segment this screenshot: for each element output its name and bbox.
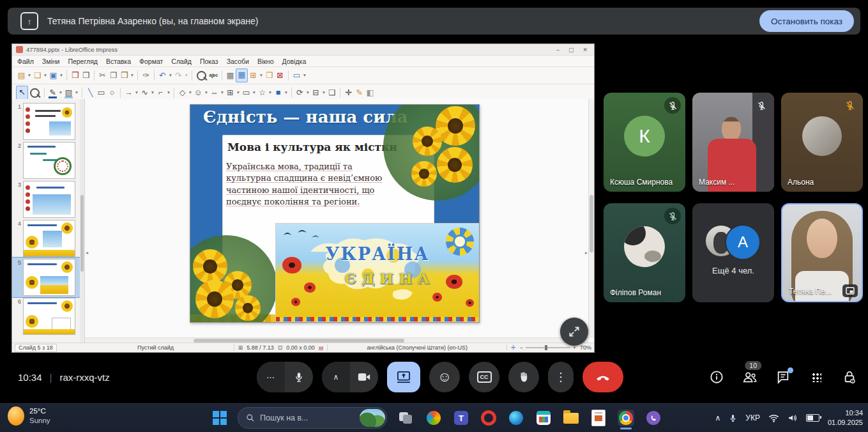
more-options-button[interactable]: ⋮ — [548, 362, 574, 392]
viber-button[interactable] — [645, 410, 662, 426]
dropdown-arrow[interactable]: ▾ — [252, 86, 257, 99]
self-video-tile[interactable]: Тетяна Пе... — [781, 203, 863, 302]
line-color-icon[interactable]: ✎ — [47, 86, 58, 99]
menu-6[interactable]: Показ — [200, 58, 218, 65]
lines-arrows-icon[interactable]: → — [123, 86, 134, 99]
tray-clock[interactable]: 10:34 01.09.2025 — [828, 408, 863, 428]
dropdown-arrow[interactable]: ▾ — [168, 69, 173, 82]
close-button[interactable]: ✕ — [582, 47, 588, 53]
symbol-shapes-icon[interactable]: ☺ — [193, 86, 204, 99]
tray-volume-icon[interactable] — [788, 413, 798, 422]
slide-thumbnail-3[interactable]: 3 — [12, 180, 80, 219]
slides-panel-scrollbar[interactable] — [80, 99, 84, 343]
slide-thumbnail-2[interactable]: 2 — [12, 141, 80, 180]
participant-tile[interactable]: Філіпов Роман — [604, 203, 685, 302]
clone-formatting-icon[interactable]: ✑ — [141, 69, 151, 82]
glue-points-icon[interactable]: ✎ — [354, 86, 365, 99]
taskbar-weather-widget[interactable]: 25°C Sunny — [8, 406, 50, 426]
reactions-button[interactable]: ☺ — [429, 362, 460, 392]
menu-1[interactable]: Зміни — [42, 58, 60, 65]
callout-icon[interactable]: ▭ — [241, 86, 252, 99]
shadow-icon[interactable]: ❏ — [326, 86, 337, 99]
tray-mic-icon[interactable] — [729, 413, 737, 423]
store-button[interactable] — [535, 410, 552, 426]
transformations-icon[interactable]: ⟳ — [294, 86, 305, 99]
minimize-button[interactable]: – — [556, 47, 560, 53]
tray-expand-chevron[interactable]: ∧ — [715, 413, 721, 422]
host-controls-button[interactable] — [841, 369, 858, 385]
menu-5[interactable]: Слайд — [171, 58, 192, 65]
tray-language[interactable]: УКР — [745, 413, 760, 422]
collapse-sidebar-handle[interactable]: ▸ — [585, 250, 588, 256]
present-screen-button[interactable] — [387, 362, 420, 392]
undo-icon[interactable]: ↶ — [157, 69, 168, 82]
tray-wifi-icon[interactable] — [768, 414, 779, 422]
menu-3[interactable]: Вставка — [106, 58, 131, 65]
dropdown-arrow[interactable]: ▾ — [204, 86, 209, 99]
participant-tile[interactable]: Максим ... — [692, 93, 774, 192]
menu-4[interactable]: Формат — [139, 58, 163, 65]
stop-presenting-button[interactable]: Остановить показ — [759, 10, 854, 32]
open-icon[interactable]: ❏ — [32, 69, 43, 82]
current-slide[interactable]: Єдність — наша сила Мова і культура як м… — [190, 104, 480, 323]
dropdown-arrow[interactable]: ▾ — [305, 86, 310, 99]
edit-points-icon[interactable]: ✛ — [343, 86, 354, 99]
menu-2[interactable]: Перегляд — [68, 58, 98, 65]
star-shapes-icon[interactable]: ☆ — [257, 86, 268, 99]
participants-panel-button[interactable]: 10 — [742, 369, 758, 385]
select-icon[interactable]: ↖ — [16, 86, 28, 100]
arrange-icon[interactable]: ⊟ — [310, 86, 321, 99]
camera-control[interactable]: ∧ — [322, 362, 378, 392]
slide-thumbnail-6[interactable]: 6 — [12, 297, 80, 336]
zoom-icon[interactable] — [30, 88, 40, 98]
dropdown-arrow[interactable]: ▾ — [43, 69, 48, 82]
chrome-button-active[interactable] — [618, 410, 634, 426]
new-document-icon[interactable]: ▤ — [16, 69, 27, 82]
window-titlebar[interactable]: 477894.pptx - LibreOffice Impress – ▢ ✕ — [12, 44, 594, 56]
opera-button[interactable] — [480, 410, 497, 426]
copy-icon[interactable]: ❐ — [108, 69, 119, 82]
activities-button[interactable] — [808, 369, 825, 385]
file-explorer-button[interactable] — [563, 410, 579, 426]
menu-0[interactable]: Файл — [17, 58, 34, 65]
ellipse-icon[interactable]: ○ — [107, 86, 118, 99]
basic-shapes-icon[interactable]: ◇ — [177, 86, 188, 99]
dropdown-arrow[interactable]: ▾ — [134, 86, 139, 99]
zoom-slider-thumb[interactable] — [545, 345, 547, 350]
mic-options-button[interactable]: ⋯ — [257, 362, 285, 392]
maximize-button[interactable]: ▢ — [568, 47, 574, 53]
zoom-level[interactable]: 70% — [580, 344, 591, 351]
flowchart-icon[interactable]: ⊞ — [225, 86, 236, 99]
task-view-button[interactable] — [398, 410, 415, 426]
snap-to-grid-icon[interactable]: ▦ — [236, 68, 248, 82]
fit-slide-icon[interactable]: ✛ — [511, 344, 516, 351]
dropdown-arrow[interactable]: ▾ — [166, 86, 171, 99]
fill-color-icon[interactable]: ▨ — [63, 86, 74, 99]
picture-in-picture-icon[interactable] — [842, 284, 858, 297]
raise-hand-button[interactable] — [508, 362, 539, 392]
block-arrows-icon[interactable]: ⇔ — [209, 86, 220, 99]
paste-icon[interactable]: ❒ — [119, 69, 130, 82]
start-button[interactable] — [213, 411, 227, 425]
dropdown-arrow[interactable]: ▾ — [59, 69, 64, 82]
menu-7[interactable]: Засоби — [227, 58, 249, 65]
dropdown-arrow[interactable]: ▾ — [259, 69, 264, 82]
participant-tile[interactable]: К Ксюша Смирнова — [604, 93, 685, 192]
3d-objects-icon[interactable]: ■ — [273, 86, 284, 99]
export-pdf-icon[interactable]: ❒ — [70, 69, 80, 82]
connector-icon[interactable]: ⌐ — [155, 86, 166, 99]
dropdown-arrow[interactable]: ▾ — [284, 86, 289, 99]
new-slide-icon[interactable]: ⊞ — [248, 69, 259, 82]
edge-button[interactable] — [508, 410, 524, 426]
slide-properties-icon[interactable]: ▭ — [291, 69, 302, 82]
dropdown-arrow[interactable]: ▾ — [220, 86, 225, 99]
zoom-out-button[interactable]: − — [519, 344, 522, 351]
dropdown-arrow[interactable]: ▾ — [302, 69, 307, 82]
mic-icon[interactable] — [285, 371, 313, 383]
delete-slide-icon[interactable]: ⊠ — [275, 69, 286, 82]
slide-thumbnail-5-selected[interactable]: 5 — [12, 258, 80, 297]
participant-tile[interactable]: Альона — [781, 93, 863, 192]
save-icon[interactable]: ▣ — [48, 69, 59, 82]
toggle-extrusion-icon[interactable]: ◧ — [365, 86, 376, 99]
slide-thumbnail-1[interactable]: 1 — [12, 102, 80, 141]
